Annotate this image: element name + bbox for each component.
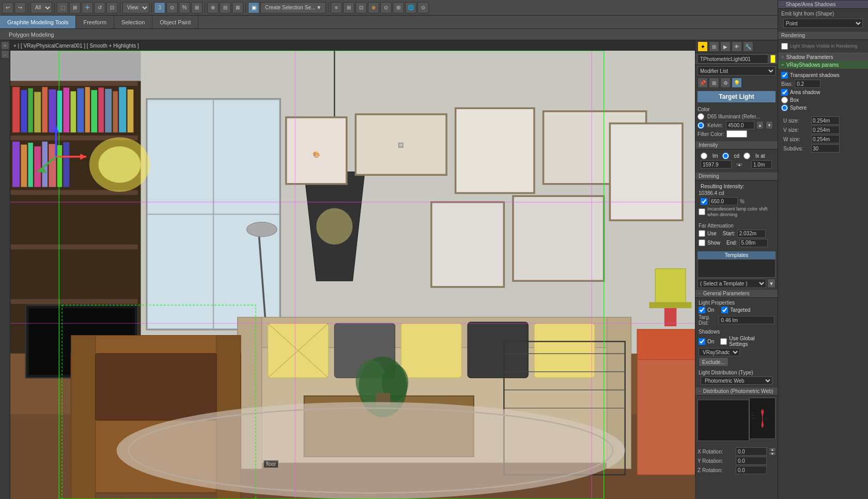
viewport[interactable]: + | [ VRayPhysicalCamera001 ] [ Smooth +…	[10, 40, 695, 499]
render-setup-btn[interactable]: ⊡	[355, 2, 367, 13]
dimming-checkbox[interactable]	[701, 198, 707, 205]
intensity-up-btn[interactable]: ▲	[736, 162, 743, 167]
templates-list[interactable]	[698, 259, 776, 278]
spinner-snap-btn[interactable]: ⊞	[191, 2, 203, 13]
y-rot-input[interactable]	[736, 457, 767, 465]
align-btn[interactable]: ⊠	[232, 2, 243, 13]
named-sel-btn[interactable]: ▣	[248, 2, 259, 13]
tab-freeform[interactable]: Freeform	[76, 16, 114, 28]
kelvin-radio[interactable]	[698, 122, 704, 129]
targeted-checkbox[interactable]	[721, 307, 728, 313]
rendering-header[interactable]: Rendering	[778, 31, 868, 40]
atten-use-checkbox[interactable]	[699, 230, 705, 237]
move-btn[interactable]: ✛	[82, 2, 93, 13]
cd-radio[interactable]	[722, 153, 729, 159]
activeshade-btn[interactable]: ⊙	[380, 2, 392, 13]
atten-start-input[interactable]	[737, 230, 766, 238]
graph-editors-btn[interactable]: ⊞	[343, 2, 354, 13]
intensity-second-input[interactable]	[751, 160, 772, 169]
light-color-swatch[interactable]	[770, 55, 776, 63]
utils-icon-btn[interactable]: 🔧	[743, 41, 753, 52]
create-selection-dropdown[interactable]: Create Selection Se... ▼	[260, 2, 326, 13]
kelvin-down-btn[interactable]: ▼	[766, 121, 773, 129]
select-btn[interactable]: ⬚	[57, 2, 68, 13]
redo-btn[interactable]: ↪	[14, 2, 26, 13]
kelvin-input[interactable]	[726, 121, 754, 129]
bias-input[interactable]	[795, 80, 820, 88]
light-name-input[interactable]	[698, 54, 768, 64]
configure-modifier-btn[interactable]: ⚙	[720, 78, 731, 88]
left-icon-1[interactable]: +	[1, 41, 9, 50]
bias-row: Bias:	[781, 80, 865, 88]
templates-arrow-btn[interactable]: ▼	[767, 279, 776, 288]
percent-snap-btn[interactable]: %	[179, 2, 190, 13]
dist-photometric-header[interactable]: − Distribution (Photometric Web)	[695, 387, 778, 396]
on-checkbox[interactable]	[699, 307, 705, 313]
incandescent-checkbox[interactable]	[699, 208, 705, 215]
shadow-type-dropdown[interactable]: VRayShadow	[699, 348, 740, 356]
effects-btn[interactable]: ⊙	[417, 2, 429, 13]
box-radio[interactable]	[781, 97, 788, 103]
modify-icon-btn[interactable]: ✦	[698, 41, 708, 52]
light-dist-dropdown[interactable]: Photometric Web	[701, 376, 772, 385]
targ-dist-input[interactable]	[719, 316, 774, 324]
subdivs-input[interactable]	[811, 144, 840, 153]
sub-tab-polygon-modeling[interactable]: Polygon Modeling	[2, 29, 60, 40]
left-icon-2[interactable]: -	[1, 50, 9, 58]
rotate-btn[interactable]: ↺	[94, 2, 105, 13]
3d-snap-btn[interactable]: 3	[154, 2, 165, 13]
tab-selection[interactable]: Selection	[114, 16, 152, 28]
atten-show-checkbox[interactable]	[699, 239, 705, 246]
x-rot-input[interactable]	[736, 447, 767, 456]
z-rot-input[interactable]	[736, 466, 767, 474]
filter-color-swatch[interactable]	[726, 130, 747, 138]
display-icon-btn[interactable]: 👁	[732, 41, 742, 52]
shape-area-header[interactable]: − Shape/Area Shadows	[778, 0, 868, 9]
select-region-btn[interactable]: ⊞	[69, 2, 81, 13]
x-rot-down[interactable]: ▼	[769, 451, 776, 456]
scale-btn[interactable]: ⊡	[106, 2, 118, 13]
modifier-list-dropdown[interactable]: Modifier List	[698, 66, 776, 75]
lights-modifier-btn[interactable]: 💡	[732, 78, 742, 88]
undo-btn[interactable]: ↩	[2, 2, 13, 13]
shadows-on-checkbox[interactable]	[699, 338, 705, 345]
use-global-checkbox[interactable]	[720, 338, 727, 345]
atten-end-input[interactable]	[739, 239, 768, 247]
dimming-percent-input[interactable]	[709, 197, 738, 205]
pin-modifier-btn[interactable]: 📌	[698, 78, 708, 88]
intensity-value-input[interactable]	[701, 160, 732, 169]
v-size-input[interactable]	[811, 126, 840, 134]
general-params-header[interactable]: − General Parameters	[695, 289, 778, 298]
tab-object-paint[interactable]: Object Paint	[152, 16, 198, 28]
tab-graphite[interactable]: Graphite Modeling Tools	[0, 16, 76, 28]
render-btn[interactable]: ⊕	[368, 2, 379, 13]
dimming-section-header[interactable]: Dimming	[695, 172, 778, 180]
selection-filter-dropdown[interactable]: All	[30, 2, 52, 13]
angle-snap-btn[interactable]: ⊙	[166, 2, 178, 13]
motion-icon-btn[interactable]: ▶	[720, 41, 731, 52]
w-size-input[interactable]	[811, 135, 840, 143]
intensity-section-header[interactable]: Intensity	[695, 141, 778, 149]
hierarchy-icon-btn[interactable]: ⊞	[709, 41, 719, 52]
area-shadow-checkbox[interactable]	[781, 89, 788, 96]
d65-radio[interactable]	[698, 113, 704, 120]
lx-radio[interactable]	[743, 153, 750, 159]
svg-rect-34	[57, 145, 62, 187]
select-modifier-btn[interactable]: ⊞	[709, 78, 719, 88]
view-dropdown[interactable]: View	[122, 2, 149, 13]
transparent-checkbox[interactable]	[781, 72, 788, 79]
x-rot-up[interactable]: ▲	[769, 447, 776, 451]
u-size-input[interactable]	[811, 116, 840, 125]
exclude-btn[interactable]: Exclude...	[699, 357, 729, 367]
light-shape-checkbox[interactable]	[781, 43, 788, 50]
lm-radio[interactable]	[701, 153, 707, 159]
mirror-btn[interactable]: ⊟	[220, 2, 231, 13]
pivot-btn[interactable]: ⊕	[207, 2, 219, 13]
kelvin-up-btn[interactable]: ▲	[756, 121, 764, 129]
environment-btn[interactable]: 🌐	[405, 2, 416, 13]
emit-dropdown[interactable]: Point	[783, 19, 863, 28]
render-frame-btn[interactable]: ⊞	[393, 2, 404, 13]
sphere-radio[interactable]	[781, 104, 788, 111]
layer-btn[interactable]: ≡	[331, 2, 342, 13]
templates-dropdown[interactable]: ( Select a Template )	[698, 279, 766, 288]
